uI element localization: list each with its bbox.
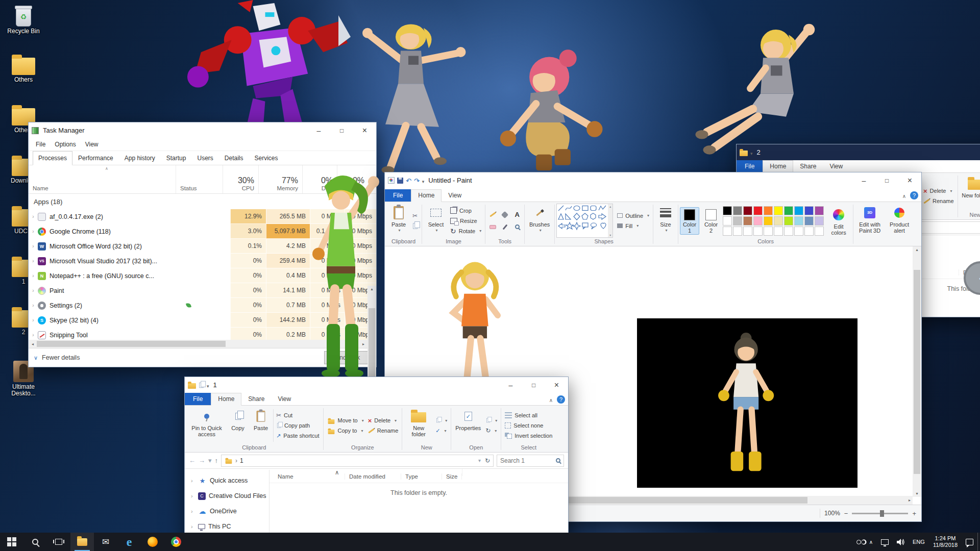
tm-tab[interactable]: Processes: [33, 151, 72, 165]
fewer-details-button[interactable]: Fewer details: [34, 354, 80, 361]
palette-swatch[interactable]: [815, 227, 824, 236]
rename-button[interactable]: Rename: [366, 426, 401, 435]
palette-swatch[interactable]: [743, 227, 752, 236]
close-button[interactable]: [353, 122, 376, 138]
taskbar-search-button[interactable]: [23, 533, 47, 551]
palette-swatch[interactable]: [743, 216, 752, 226]
qat-dropdown-icon[interactable]: [422, 176, 425, 185]
chevron-down-icon[interactable]: [750, 148, 753, 157]
tm-titlebar[interactable]: Task Manager: [29, 122, 376, 138]
expand-chevron-icon[interactable]: [29, 229, 38, 234]
ribbon-tab[interactable]: File: [385, 189, 411, 202]
new-folder-button[interactable]: New folder: [960, 174, 980, 211]
ribbon-tab[interactable]: Share: [793, 161, 823, 172]
palette-swatch[interactable]: [753, 227, 763, 236]
tm-tab[interactable]: Users: [191, 151, 218, 165]
taskbar-chrome-button[interactable]: [164, 533, 188, 551]
palette-row-2[interactable]: [723, 216, 824, 226]
palette-swatch[interactable]: [753, 216, 763, 226]
fill-tool[interactable]: [499, 209, 510, 220]
explorer2-titlebar[interactable]: 2: [737, 144, 980, 160]
expand-chevron-icon[interactable]: [29, 273, 38, 279]
task-view-button[interactable]: [47, 533, 70, 551]
redo-icon[interactable]: [414, 176, 420, 185]
expander-chevron-icon[interactable]: ›: [191, 478, 195, 484]
copy-button[interactable]: Copy: [227, 407, 249, 444]
palette-swatch[interactable]: [774, 216, 783, 226]
breadcrumb-item[interactable]: 1: [240, 457, 243, 464]
fill-button[interactable]: Fill: [615, 221, 651, 231]
up-icon[interactable]: ↑: [215, 457, 218, 464]
close-button[interactable]: [545, 377, 568, 393]
palette-swatch[interactable]: [743, 206, 752, 215]
expand-chevron-icon[interactable]: [29, 332, 38, 338]
select-all-button[interactable]: Select all: [503, 411, 554, 420]
palette-swatch[interactable]: [753, 206, 763, 215]
search-box[interactable]: [497, 455, 564, 467]
maximize-button[interactable]: [522, 377, 545, 393]
outline-button[interactable]: Outline: [615, 211, 651, 220]
ribbon-tab[interactable]: View: [442, 190, 468, 202]
close-button[interactable]: [898, 172, 921, 188]
tm-tab[interactable]: Services: [249, 151, 284, 165]
taskbar-edge-button[interactable]: e: [117, 533, 141, 551]
palette-swatch[interactable]: [723, 216, 732, 226]
palette-swatch[interactable]: [804, 216, 814, 226]
sidebar-item[interactable]: › OneDrive: [185, 504, 269, 519]
color1-button[interactable]: Color 1: [680, 207, 699, 235]
volume-button[interactable]: [893, 533, 909, 551]
open-icon[interactable]: [486, 418, 490, 422]
delete-button[interactable]: Delete: [366, 416, 401, 425]
help-icon[interactable]: [910, 191, 918, 199]
expand-chevron-icon[interactable]: [29, 258, 38, 264]
paint-titlebar[interactable]: Untitled - Paint: [385, 172, 921, 188]
palette-swatch[interactable]: [733, 216, 742, 226]
palette-swatch[interactable]: [733, 227, 742, 236]
color-picker-tool[interactable]: [499, 221, 510, 233]
network-button[interactable]: [877, 533, 893, 551]
ribbon-tab[interactable]: Home: [763, 160, 793, 173]
palette-swatch[interactable]: [804, 206, 814, 215]
pencil-tool[interactable]: [487, 209, 498, 220]
resize-button[interactable]: Resize: [448, 216, 483, 226]
palette-swatch[interactable]: [804, 227, 814, 236]
brushes-button[interactable]: Brushes: [526, 204, 553, 244]
show-desktop-button[interactable]: [977, 533, 980, 551]
copy-to-button[interactable]: Copy to: [325, 426, 366, 435]
refresh-icon[interactable]: [485, 457, 490, 464]
color2-button[interactable]: Color 2: [701, 207, 721, 235]
palette-swatch[interactable]: [815, 206, 824, 215]
taskbar-mail-button[interactable]: [94, 533, 117, 551]
taskbar-firefox-button[interactable]: [141, 533, 164, 551]
maximize-button[interactable]: [875, 172, 898, 188]
tm-tab[interactable]: Performance: [72, 151, 119, 165]
search-icon[interactable]: [556, 458, 560, 463]
ribbon-tab[interactable]: File: [185, 393, 211, 405]
taskbar-file-explorer-button[interactable]: [70, 533, 94, 551]
tm-tab[interactable]: Details: [219, 151, 249, 165]
sidebar-item[interactable]: › Quick access: [185, 473, 269, 488]
taskbar-clock[interactable]: 1:24 PM 11/8/2018: [929, 533, 962, 551]
menu-item[interactable]: Options: [51, 139, 80, 149]
copy-path-button[interactable]: Copy path: [274, 421, 322, 430]
palette-swatch[interactable]: [784, 216, 793, 226]
edit-colors-button[interactable]: Edit colors: [826, 206, 851, 236]
palette-swatch[interactable]: [784, 206, 793, 215]
column-name[interactable]: Name: [33, 185, 172, 191]
expand-chevron-icon[interactable]: [29, 243, 38, 249]
palette-swatch[interactable]: [794, 227, 803, 236]
expander-chevron-icon[interactable]: ›: [191, 493, 195, 499]
show-hidden-icons-button[interactable]: [865, 533, 877, 551]
recent-locations-icon[interactable]: ▾: [208, 457, 212, 464]
collapse-ribbon-icon[interactable]: [549, 395, 553, 404]
expand-chevron-icon[interactable]: [29, 303, 38, 308]
minimize-button[interactable]: [307, 122, 330, 138]
tm-tab[interactable]: Startup: [161, 151, 192, 165]
palette-swatch[interactable]: [733, 206, 742, 215]
desktop-icon[interactable]: Others: [4, 58, 43, 83]
scrollbar-thumb[interactable]: [914, 270, 920, 474]
forward-icon[interactable]: →: [199, 457, 205, 464]
cut-button[interactable]: [410, 211, 420, 220]
explorer1-column-headers[interactable]: ∧ NameDate modifiedTypeSize: [270, 470, 568, 483]
paint-ribbon-tabs[interactable]: FileHomeView: [385, 188, 921, 202]
